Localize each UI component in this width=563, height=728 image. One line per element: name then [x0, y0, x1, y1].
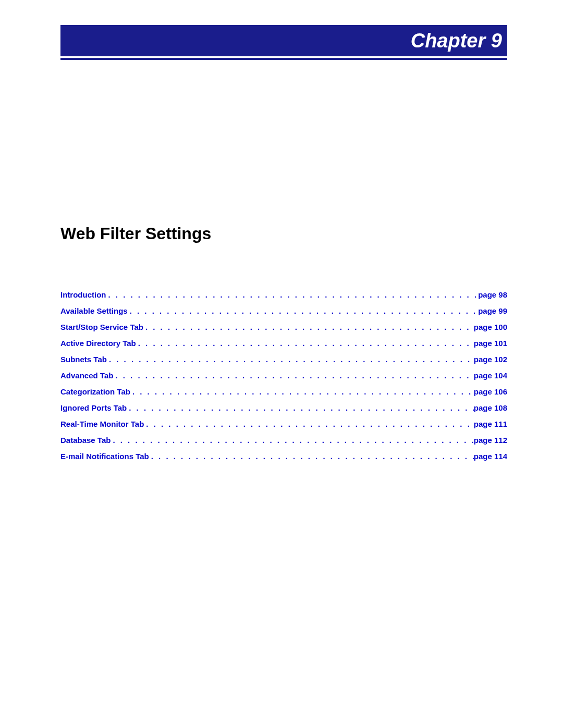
toc-leader-dots [107, 355, 474, 364]
toc-entry-page: page 111 [474, 419, 507, 428]
toc-entry-page: page 114 [474, 452, 507, 461]
toc-entry-page: page 101 [474, 339, 507, 348]
toc-entry[interactable]: Advanced Tab page 104 [60, 371, 507, 380]
chapter-label: Chapter 9 [411, 30, 502, 52]
toc-entry-label: Database Tab [60, 436, 111, 445]
toc-entry-label: Start/Stop Service Tab [60, 323, 143, 331]
toc-entry-label: Real-Time Monitor Tab [60, 419, 144, 428]
toc-leader-dots [149, 452, 474, 461]
table-of-contents: Introduction page 98 Available Settings … [60, 290, 507, 461]
toc-entry[interactable]: Database Tab page 112 [60, 436, 507, 445]
toc-entry[interactable]: Categorization Tab page 106 [60, 387, 507, 396]
toc-leader-dots [136, 339, 474, 348]
toc-entry-label: Available Settings [60, 306, 128, 315]
toc-entry[interactable]: Active Directory Tab page 101 [60, 339, 507, 348]
toc-entry[interactable]: Real-Time Monitor Tab page 111 [60, 419, 507, 428]
page-title: Web Filter Settings [60, 224, 507, 243]
toc-entry[interactable]: E-mail Notifications Tab page 114 [60, 452, 507, 461]
toc-leader-dots [130, 387, 474, 396]
toc-entry-label: Categorization Tab [60, 387, 130, 396]
toc-leader-dots [127, 403, 474, 412]
toc-entry-label: Advanced Tab [60, 371, 113, 380]
toc-entry[interactable]: Start/Stop Service Tab page 100 [60, 323, 507, 331]
toc-entry[interactable]: Introduction page 98 [60, 290, 507, 299]
chapter-banner: Chapter 9 [60, 25, 507, 56]
toc-entry[interactable]: Ignored Ports Tab page 108 [60, 403, 507, 412]
toc-entry-label: Subnets Tab [60, 355, 107, 364]
toc-leader-dots [128, 306, 478, 315]
toc-entry-label: Introduction [60, 290, 106, 299]
toc-leader-dots [106, 290, 478, 299]
toc-entry[interactable]: Available Settings page 99 [60, 306, 507, 315]
toc-leader-dots [111, 436, 473, 445]
toc-entry-page: page 106 [474, 387, 507, 396]
toc-entry-page: page 99 [478, 306, 507, 315]
toc-entry-label: Active Directory Tab [60, 339, 136, 348]
toc-entry-page: page 102 [474, 355, 507, 364]
document-page: Chapter 9 Web Filter Settings Introducti… [0, 0, 563, 728]
toc-entry-page: page 98 [478, 290, 507, 299]
toc-entry[interactable]: Subnets Tab page 102 [60, 355, 507, 364]
toc-entry-page: page 104 [474, 371, 507, 380]
toc-leader-dots [144, 419, 473, 428]
toc-entry-page: page 108 [474, 403, 507, 412]
toc-entry-label: E-mail Notifications Tab [60, 452, 149, 461]
toc-entry-label: Ignored Ports Tab [60, 403, 127, 412]
toc-entry-page: page 100 [474, 323, 507, 331]
toc-leader-dots [113, 371, 473, 380]
toc-leader-dots [143, 323, 474, 331]
toc-entry-page: page 112 [474, 436, 507, 445]
banner-underline [60, 58, 507, 60]
